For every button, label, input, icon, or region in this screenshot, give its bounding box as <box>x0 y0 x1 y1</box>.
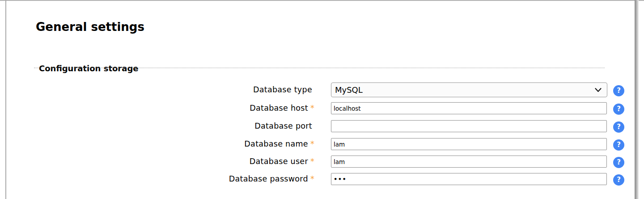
help-icon-database-host[interactable]: ? <box>613 104 624 115</box>
database-port-label-text: Database port <box>254 121 312 130</box>
section-heading-configuration-storage: Configuration storage <box>39 64 138 74</box>
help-icon-database-name[interactable]: ? <box>613 139 624 151</box>
database-host-input[interactable] <box>331 102 607 114</box>
section-divider <box>34 68 605 68</box>
database-name-label-text: Database name <box>244 139 308 148</box>
database-user-label-text: Database user <box>250 157 308 166</box>
database-type-selected-option: MySQL <box>335 83 595 97</box>
panel-top-border <box>0 0 644 1</box>
database-user-label: Database user* <box>36 157 314 166</box>
database-port-label: Database port <box>36 121 314 130</box>
panel-left-border <box>5 0 6 199</box>
required-marker: * <box>310 104 314 112</box>
database-name-input[interactable] <box>331 138 607 150</box>
page-title: General settings <box>36 20 144 34</box>
chevron-down-icon <box>595 88 602 92</box>
required-marker: * <box>310 174 314 183</box>
help-icon-database-password[interactable]: ? <box>613 174 624 186</box>
database-user-input[interactable] <box>331 156 607 168</box>
database-port-input[interactable] <box>331 120 607 132</box>
database-host-label: Database host* <box>36 104 314 112</box>
database-name-label: Database name* <box>36 139 314 148</box>
database-type-label: Database type <box>36 85 314 94</box>
required-marker: * <box>310 139 314 148</box>
database-password-label: Database password* <box>36 174 314 183</box>
help-icon-database-user[interactable]: ? <box>613 157 624 168</box>
help-icon-database-port[interactable]: ? <box>613 121 624 133</box>
required-marker: * <box>310 157 314 166</box>
database-type-label-text: Database type <box>253 85 312 94</box>
database-type-select[interactable]: MySQL <box>331 82 607 97</box>
database-host-label-text: Database host <box>250 104 308 112</box>
database-password-input[interactable] <box>331 173 607 185</box>
help-icon-database-type[interactable]: ? <box>613 85 624 96</box>
database-password-label-text: Database password <box>229 174 308 183</box>
vertical-scrollbar[interactable] <box>635 0 639 199</box>
